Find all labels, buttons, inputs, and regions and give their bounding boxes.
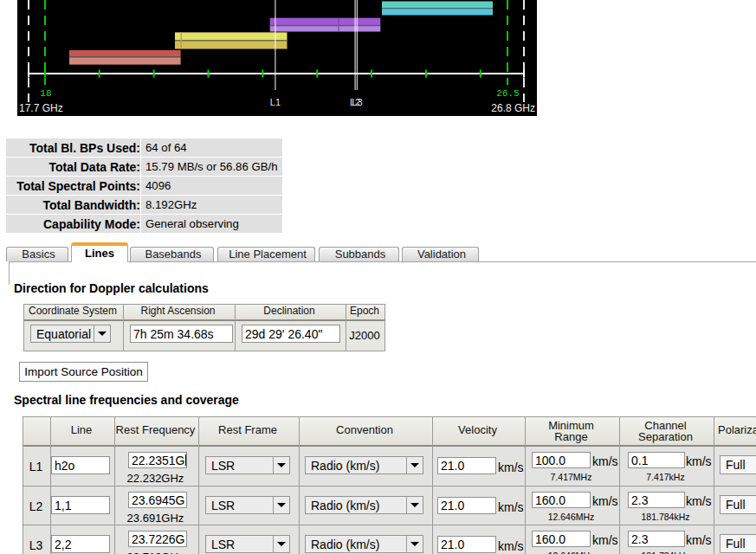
svg-text:18: 18: [40, 88, 51, 99]
svg-text:L1: L1: [270, 97, 281, 107]
svg-text:26.8 GHz: 26.8 GHz: [491, 102, 535, 114]
svg-text:26.5: 26.5: [496, 88, 519, 99]
svg-text:L3: L3: [352, 97, 362, 107]
svg-text:17.7 GHz: 17.7 GHz: [19, 102, 63, 114]
